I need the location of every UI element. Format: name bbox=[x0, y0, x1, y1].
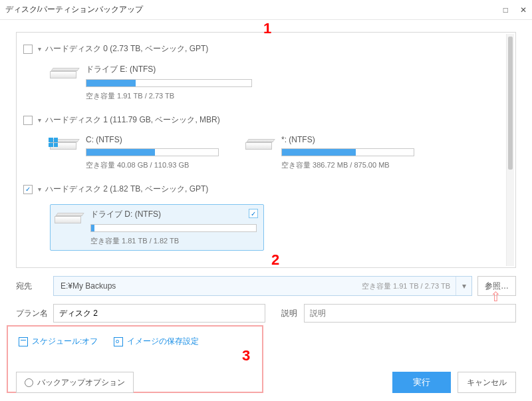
run-button[interactable]: 実行 bbox=[392, 372, 451, 393]
partition-info: ドライブ D: (NTFS) 空き容量 1.81 TB / 1.82 TB bbox=[90, 209, 257, 246]
usage-bar bbox=[90, 224, 257, 232]
disk-checkbox-0[interactable] bbox=[23, 45, 33, 54]
chevron-down-icon[interactable]: ▾ bbox=[38, 186, 41, 193]
disk-list: ▾ ハードディスク 0 (2.73 TB, ベーシック, GPT) ドライブ E… bbox=[16, 32, 516, 268]
chevron-down-icon[interactable]: ▾ bbox=[38, 45, 41, 53]
backup-options-label: バックアップオプション bbox=[37, 377, 125, 388]
schedule-link[interactable]: スケジュール:オフ bbox=[19, 336, 98, 347]
hdd-icon bbox=[50, 68, 76, 88]
disk-header-1[interactable]: ▾ ハードディスク 1 (111.79 GB, ベーシック, MBR) bbox=[23, 114, 502, 126]
image-icon bbox=[114, 337, 123, 346]
window-controls: □ ✕ bbox=[503, 5, 527, 15]
description-label: 説明 bbox=[281, 308, 297, 319]
destination-field[interactable]: E:¥My Backups 空き容量 1.91 TB / 2.73 TB ▾ bbox=[53, 276, 472, 296]
description-input[interactable] bbox=[304, 304, 516, 323]
partition-item[interactable]: *: (NTFS) 空き容量 386.72 MB / 875.00 MB bbox=[245, 135, 414, 170]
partition-info: ドライブ E: (NTFS) 空き容量 1.91 TB / 2.73 TB bbox=[86, 64, 252, 101]
disk-header-2[interactable]: ✓ ▾ ハードディスク 2 (1.82 TB, ベーシック, GPT) bbox=[23, 184, 502, 195]
footer: バックアップオプション 実行 キャンセル bbox=[0, 364, 532, 401]
backup-options-button[interactable]: バックアップオプション bbox=[16, 372, 134, 393]
partition-checkbox[interactable]: ✓ bbox=[249, 209, 258, 218]
links-row: スケジュール:オフ イメージの保存設定 bbox=[16, 336, 516, 347]
windows-hdd-icon bbox=[50, 139, 76, 159]
free-space-label: 空き容量 386.72 MB / 875.00 MB bbox=[281, 160, 414, 170]
chevron-down-icon[interactable]: ▾ bbox=[38, 116, 41, 124]
hdd-icon bbox=[245, 139, 272, 159]
scrollbar[interactable] bbox=[506, 34, 514, 266]
titlebar: ディスク/パーティションバックアップ □ ✕ bbox=[0, 0, 532, 20]
destination-dropdown-icon[interactable]: ▾ bbox=[456, 277, 471, 295]
partition-name: *: (NTFS) bbox=[281, 135, 414, 144]
disk-header-0[interactable]: ▾ ハードディスク 0 (2.73 TB, ベーシック, GPT) bbox=[23, 43, 502, 55]
free-space-label: 空き容量 1.81 TB / 1.82 TB bbox=[90, 236, 257, 246]
image-settings-link[interactable]: イメージの保存設定 bbox=[114, 336, 199, 347]
disk-checkbox-2[interactable]: ✓ bbox=[23, 185, 33, 194]
destination-label: 宛先 bbox=[16, 281, 53, 292]
close-icon[interactable]: ✕ bbox=[520, 5, 527, 15]
partition-info: C: (NTFS) 空き容量 40.08 GB / 110.93 GB bbox=[86, 135, 219, 170]
partition-name: ドライブ D: (NTFS) bbox=[90, 209, 257, 220]
cancel-button[interactable]: キャンセル bbox=[458, 372, 516, 393]
annotation-3: 3 bbox=[242, 347, 250, 364]
main-area: ▾ ハードディスク 0 (2.73 TB, ベーシック, GPT) ドライブ E… bbox=[0, 20, 532, 347]
partition-item[interactable]: ドライブ E: (NTFS) 空き容量 1.91 TB / 2.73 TB bbox=[50, 64, 252, 101]
maximize-icon[interactable]: □ bbox=[503, 5, 508, 15]
destination-free: 空き容量 1.91 TB / 2.73 TB bbox=[362, 281, 456, 291]
partition-name: C: (NTFS) bbox=[86, 135, 219, 144]
partition-item[interactable]: C: (NTFS) 空き容量 40.08 GB / 110.93 GB bbox=[50, 135, 219, 170]
scrollbar-thumb[interactable] bbox=[508, 37, 513, 170]
destination-path: E:¥My Backups bbox=[54, 281, 122, 291]
usage-bar bbox=[86, 79, 252, 87]
window-title: ディスク/パーティションバックアップ bbox=[5, 4, 143, 15]
annotation-arrow-icon: ⇧ bbox=[490, 289, 501, 305]
free-space-label: 空き容量 1.91 TB / 2.73 TB bbox=[86, 91, 252, 101]
partition-row: C: (NTFS) 空き容量 40.08 GB / 110.93 GB *: (… bbox=[23, 131, 502, 180]
disk-title: ハードディスク 1 (111.79 GB, ベーシック, MBR) bbox=[45, 114, 220, 126]
usage-bar bbox=[281, 148, 414, 156]
partition-name: ドライブ E: (NTFS) bbox=[86, 64, 252, 75]
calendar-icon bbox=[19, 337, 28, 346]
partition-row: ✓ ドライブ D: (NTFS) 空き容量 1.81 TB / 1.82 TB bbox=[23, 200, 502, 260]
plan-row: プラン名 説明 bbox=[16, 304, 516, 323]
annotation-1: 1 bbox=[263, 20, 271, 37]
gear-icon bbox=[25, 378, 33, 387]
schedule-link-label: スケジュール:オフ bbox=[32, 336, 98, 347]
image-settings-label: イメージの保存設定 bbox=[127, 336, 199, 347]
disk-title: ハードディスク 0 (2.73 TB, ベーシック, GPT) bbox=[45, 43, 208, 55]
plan-label: プラン名 bbox=[16, 308, 53, 319]
hdd-icon bbox=[55, 213, 81, 233]
destination-row: 宛先 E:¥My Backups 空き容量 1.91 TB / 2.73 TB … bbox=[16, 276, 516, 296]
partition-info: *: (NTFS) 空き容量 386.72 MB / 875.00 MB bbox=[281, 135, 414, 170]
usage-bar bbox=[86, 148, 219, 156]
partition-item-selected[interactable]: ✓ ドライブ D: (NTFS) 空き容量 1.81 TB / 1.82 TB bbox=[50, 204, 264, 251]
disk-title: ハードディスク 2 (1.82 TB, ベーシック, GPT) bbox=[45, 184, 208, 195]
disk-checkbox-1[interactable] bbox=[23, 116, 33, 125]
plan-name-input[interactable] bbox=[53, 304, 265, 323]
partition-row: ドライブ E: (NTFS) 空き容量 1.91 TB / 2.73 TB bbox=[23, 60, 502, 110]
annotation-2: 2 bbox=[271, 251, 279, 269]
free-space-label: 空き容量 40.08 GB / 110.93 GB bbox=[86, 160, 219, 170]
